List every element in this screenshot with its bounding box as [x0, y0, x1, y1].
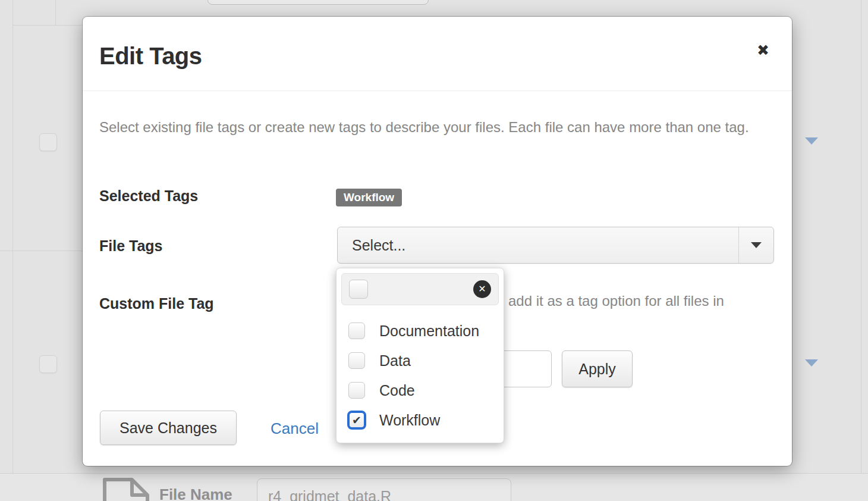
dropdown-option-code[interactable]: Code: [336, 375, 504, 405]
clear-selection-icon[interactable]: ✕: [473, 280, 491, 298]
chevron-down-icon: [751, 242, 762, 248]
row-expand-caret-icon[interactable]: [805, 359, 818, 367]
selected-tag-badge: Workflow: [336, 189, 402, 206]
option-label: Code: [379, 382, 415, 399]
file-tags-select-value: Select...: [338, 237, 738, 254]
dropdown-option-documentation[interactable]: Documentation: [336, 316, 504, 346]
select-caret-box[interactable]: [738, 227, 773, 263]
dropdown-option-data[interactable]: Data: [336, 346, 504, 375]
file-name-label: File Name: [159, 486, 232, 501]
cancel-link[interactable]: Cancel: [271, 419, 319, 438]
option-label: Workflow: [379, 412, 440, 429]
table-grid-line: [0, 250, 83, 251]
close-icon[interactable]: ✖: [757, 43, 769, 58]
header-divider: [83, 90, 792, 91]
dropdown-filter-bar: ✕: [341, 273, 499, 305]
file-icon: [101, 476, 151, 501]
dropdown-options-list: Documentation Data Code Workflow: [336, 316, 504, 435]
custom-file-tag-label: Custom File Tag: [99, 295, 214, 312]
table-grid-line: [12, 25, 83, 26]
select-all-checkbox[interactable]: [349, 280, 368, 299]
modal-description: Select existing file tags or create new …: [99, 115, 768, 139]
save-changes-button[interactable]: Save Changes: [100, 411, 237, 445]
apply-button[interactable]: Apply: [562, 350, 633, 387]
row-checkbox[interactable]: [39, 355, 57, 373]
option-label: Data: [379, 352, 411, 370]
custom-tag-hint: add it as a tag option for all files in: [508, 293, 776, 309]
file-tags-dropdown-panel: ✕ Documentation Data Code Workflow: [336, 268, 504, 443]
modal-title: Edit Tags: [99, 43, 202, 70]
page: File Name Edit Tags ✖ Select existing fi…: [0, 0, 868, 501]
table-grid-line: [55, 0, 56, 25]
row-expand-caret-icon[interactable]: [805, 137, 818, 145]
file-name-input[interactable]: [257, 478, 511, 501]
option-label: Documentation: [379, 322, 479, 340]
checkbox-icon[interactable]: [348, 352, 365, 369]
table-grid-line: [861, 0, 861, 501]
dropdown-option-workflow[interactable]: Workflow: [336, 405, 504, 435]
file-tags-label: File Tags: [99, 237, 163, 255]
file-tags-select[interactable]: Select...: [337, 227, 774, 264]
checkbox-checked-icon[interactable]: [347, 411, 366, 430]
checkbox-icon[interactable]: [348, 322, 365, 339]
checkbox-icon[interactable]: [348, 382, 365, 399]
selected-tags-label: Selected Tags: [99, 187, 198, 205]
background-input-partial: [207, 0, 429, 5]
row-checkbox[interactable]: [39, 133, 57, 151]
